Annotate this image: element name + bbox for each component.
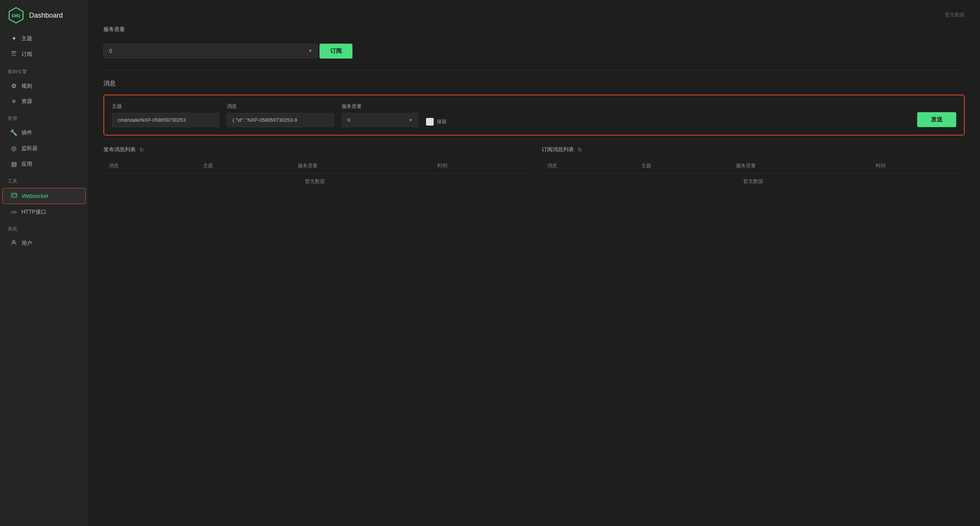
sidebar-item-label: 插件 [21,129,32,136]
retain-label: 保留 [437,118,447,125]
subscribe-no-data: 暂无数据 [542,173,965,190]
users-icon [10,240,18,247]
message-compose-box: 主题 消息 服务质量 0 1 2 ▼ [103,95,965,136]
sidebar-item-label: HTTP接口 [21,209,46,216]
section-divider [103,70,965,70]
top-no-data: 暂无数据 [103,11,965,18]
app-title: Dashboard [29,11,63,20]
message-section-title: 消息 [103,80,965,88]
sidebar-item-label: 应用 [21,161,32,168]
qos-select-wrapper: 0 1 2 ▼ [103,44,318,58]
topic-field: 主题 [112,103,219,127]
publish-col-topic: 主题 [198,158,292,173]
message-input[interactable] [227,113,334,127]
apps-icon: ▤ [10,160,18,168]
tables-row: 发布消息列表 ↻ 消息 主题 服务质量 时间 暂无数据 [103,146,965,189]
logo-area: EMQ Dashboard [0,0,88,31]
subscribe-section: 服务质量 0 1 2 ▼ 订阅 [103,26,965,59]
compose-qos-label: 服务质量 [342,103,418,110]
qos-select[interactable]: 0 1 2 [103,44,318,58]
retain-wrapper: 保留 [426,118,447,127]
subscribe-icon [10,51,18,58]
main-content: 暂无数据 服务质量 0 1 2 ▼ 订阅 消息 主题 消息 [88,0,980,526]
subscribe-col-qos: 服务质量 [731,158,870,173]
subscribe-table-title: 订阅消息列表 [542,146,574,153]
sidebar-item-label: 规则 [21,83,32,90]
message-field: 消息 [227,103,334,127]
section-label-management: 管理 [0,109,88,125]
subscribe-col-message: 消息 [542,158,636,173]
sidebar-item-rules[interactable]: ⚙ 规则 [2,78,86,93]
publish-col-message: 消息 [103,158,198,173]
publish-table-section: 发布消息列表 ↻ 消息 主题 服务质量 时间 暂无数据 [103,146,526,189]
subscribe-refresh-icon[interactable]: ↻ [578,147,582,153]
retain-checkbox[interactable] [426,118,434,126]
monitor-icon: ◎ [10,145,18,152]
subscribe-table: 消息 主题 服务质量 时间 暂无数据 [542,158,965,189]
sidebar-item-apps[interactable]: ▤ 应用 [2,157,86,172]
topic-icon: ✦ [10,35,18,42]
sidebar-item-users[interactable]: 用户 [2,236,86,251]
section-label-system: 系统 [0,220,88,235]
resources-icon: ≡ [10,98,18,105]
subscribe-table-header: 订阅消息列表 ↻ [542,146,965,153]
qos-label: 服务质量 [103,26,965,33]
sidebar: EMQ Dashboard ✦ 主题 订阅 规则引擎 ⚙ 规则 ≡ 资源 管理 … [0,0,88,526]
publish-table-title: 发布消息列表 [103,146,136,153]
svg-point-4 [13,240,15,243]
compose-qos-select[interactable]: 0 1 2 [342,113,418,127]
sidebar-item-label: 主题 [21,35,32,42]
sidebar-item-label: 监听器 [21,145,38,152]
sidebar-item-label: Websocket [22,193,48,199]
emq-logo-icon: EMQ [8,7,25,24]
websocket-icon [10,192,18,200]
topic-input[interactable] [112,113,219,127]
sidebar-item-label: 订阅 [21,51,32,58]
sidebar-item-resources[interactable]: ≡ 资源 [2,94,86,109]
sidebar-item-websocket[interactable]: Websocket [2,188,86,204]
subscribe-col-topic: 主题 [636,158,730,173]
publish-table-header: 发布消息列表 ↻ [103,146,526,153]
subscribe-table-section: 订阅消息列表 ↻ 消息 主题 服务质量 时间 暂无数据 [542,146,965,189]
compose-qos-field: 服务质量 0 1 2 ▼ [342,103,418,127]
message-section: 消息 主题 消息 服务质量 0 1 2 [103,80,965,189]
message-label: 消息 [227,103,334,110]
publish-refresh-icon[interactable]: ↻ [139,147,144,153]
http-icon: </> [10,210,18,214]
publish-col-qos: 服务质量 [292,158,432,173]
subscribe-button[interactable]: 订阅 [320,44,352,59]
plugins-icon: 🔧 [10,129,18,136]
topic-label: 主题 [112,103,219,110]
svg-text:EMQ: EMQ [12,14,21,18]
sidebar-item-monitor[interactable]: ◎ 监听器 [2,141,86,156]
publish-table: 消息 主题 服务质量 时间 暂无数据 [103,158,526,189]
sidebar-item-label: 资源 [21,98,32,105]
send-button[interactable]: 发送 [917,112,956,127]
sidebar-item-label: 用户 [21,240,32,247]
sidebar-item-topic[interactable]: ✦ 主题 [2,31,86,46]
sidebar-item-plugins[interactable]: 🔧 插件 [2,125,86,140]
compose-qos-select-wrapper: 0 1 2 ▼ [342,113,418,127]
subscribe-col-time: 时间 [870,158,965,173]
rules-icon: ⚙ [10,82,18,90]
publish-no-data: 暂无数据 [103,173,526,190]
svg-rect-2 [11,193,17,197]
section-label-tools: 工具 [0,172,88,188]
section-label-rules: 规则引擎 [0,62,88,78]
publish-col-time: 时间 [432,158,526,173]
sidebar-item-subscribe[interactable]: 订阅 [2,47,86,62]
sidebar-item-http[interactable]: </> HTTP接口 [2,205,86,219]
